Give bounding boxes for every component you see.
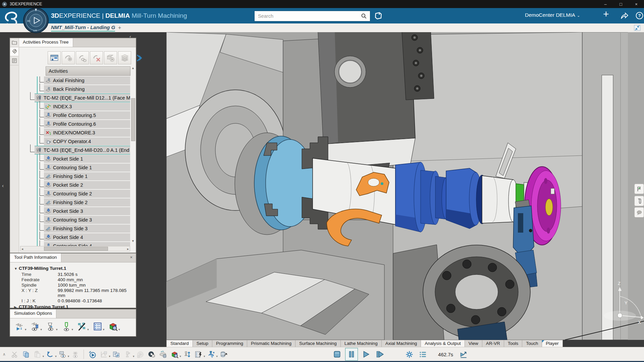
dropdown-icon[interactable]: ▾: [179, 355, 181, 358]
dropdown-icon[interactable]: ▾: [72, 328, 73, 333]
program-check-button[interactable]: [194, 349, 204, 360]
removal-analysis-button[interactable]: [169, 349, 179, 360]
workbench-tab-axial-machining[interactable]: Axial Machining: [381, 340, 421, 347]
trace-graph-button[interactable]: [99, 349, 109, 360]
points-visibility-button[interactable]: ▾: [77, 322, 89, 333]
folder-icon[interactable]: [10, 38, 18, 47]
comment-bubble-icon[interactable]: [634, 207, 644, 218]
collapse-action-bar-icon[interactable]: ∧: [3, 352, 6, 357]
dropdown-icon[interactable]: ▾: [109, 355, 110, 358]
activities-panel-tab[interactable]: Activities Process Tree: [19, 38, 73, 47]
toolbar-overflow-icon[interactable]: [132, 51, 145, 64]
tree-item[interactable]: Contouring Side 1: [40, 164, 130, 172]
list-icon[interactable]: [10, 56, 18, 65]
document-tab[interactable]: NMT_Mill-Turn - Landing G: [51, 24, 115, 32]
tool-length-button[interactable]: [182, 349, 192, 360]
3d-compass[interactable]: 3D V.R: [23, 7, 49, 34]
validate-flag-icon[interactable]: [634, 184, 644, 194]
bookmarks-icon[interactable]: [10, 47, 18, 56]
workbench-tab-lathe-machining[interactable]: Lathe Machining: [340, 340, 382, 347]
options-list-button[interactable]: [418, 349, 428, 360]
scroll-left-icon[interactable]: ◂: [20, 247, 24, 251]
toolpath-visibility-button[interactable]: ▾: [31, 322, 42, 333]
workbench-tab-prismatic-machining[interactable]: Prismatic Machining: [247, 340, 296, 347]
tool-visibility-button[interactable]: ▾: [62, 322, 73, 333]
tree-vertical-scrollbar[interactable]: ▲ ▼: [131, 66, 135, 243]
tool-path-panel-tab[interactable]: Tool Path Information: [10, 253, 61, 262]
dropdown-icon[interactable]: ▾: [68, 355, 69, 358]
link-process-button[interactable]: [76, 51, 89, 64]
tree-item[interactable]: INDEX.3: [40, 103, 130, 111]
new-tab-button[interactable]: +: [118, 25, 121, 31]
tree-item[interactable]: Finishing Side 3: [40, 225, 130, 233]
dropdown-icon[interactable]: ▾: [133, 355, 135, 358]
step-forward-button[interactable]: [374, 348, 386, 360]
tree-item[interactable]: Pocket Side 4: [40, 233, 130, 241]
tree-item[interactable]: TC-M3 (EQE_End-Mill-D20...0 A.1 (End Mil…: [30, 146, 130, 154]
process-table-button[interactable]: [48, 51, 61, 64]
tool-star-button[interactable]: [123, 349, 133, 360]
play-button[interactable]: [360, 348, 372, 360]
replay-button[interactable]: [135, 349, 145, 360]
tree-item[interactable]: Pocket Side 2: [40, 181, 130, 189]
machine-3d-scene[interactable]: Z X Y: [166, 32, 644, 340]
add-content-button[interactable]: +: [603, 8, 609, 20]
scroll-down-icon[interactable]: ▼: [131, 239, 135, 243]
cut-button[interactable]: [10, 349, 20, 360]
undo-button[interactable]: [45, 349, 55, 360]
dropdown-icon[interactable]: ▾: [55, 355, 57, 358]
pause-button[interactable]: [345, 348, 358, 361]
tree-item[interactable]: Profile Contouring.5: [40, 111, 130, 119]
workbench-tab-player[interactable]: Player: [542, 340, 562, 347]
tree-item[interactable]: Pocket Side 1: [40, 155, 130, 163]
collision-table-button[interactable]: ▾: [93, 322, 105, 333]
workbench-tab-surface-machining[interactable]: Surface Machining: [295, 340, 341, 347]
tree-item[interactable]: COPY Operator.4: [40, 137, 130, 145]
dropdown-icon[interactable]: ▾: [118, 328, 120, 333]
dropdown-icon[interactable]: ▾: [87, 328, 89, 333]
material-removal-button[interactable]: [147, 349, 157, 360]
dropdown-icon[interactable]: ▾: [216, 355, 218, 358]
axis-visibility-button[interactable]: [70, 349, 80, 360]
tree-item[interactable]: Profile Contouring.6: [40, 120, 130, 128]
stop-button[interactable]: [331, 348, 343, 360]
share-icon[interactable]: [620, 11, 629, 21]
collapse-left-dock-icon[interactable]: ‹: [2, 183, 4, 188]
workbench-tab-tools[interactable]: Tools: [504, 340, 523, 347]
simulation-options-tab[interactable]: Simulation Options: [10, 309, 56, 318]
save-stock-button[interactable]: [158, 349, 168, 360]
dropdown-icon[interactable]: ▾: [41, 328, 42, 333]
close-panel-icon[interactable]: ×: [126, 253, 136, 262]
horizontal-scroll-thumb[interactable]: [44, 247, 108, 251]
rotary-turret[interactable]: [393, 245, 530, 340]
toolpath-ops-button[interactable]: [206, 349, 216, 360]
layers-button[interactable]: [118, 51, 131, 64]
help-icon[interactable]: ?: [635, 11, 644, 21]
tree-item[interactable]: Contouring Side 3: [40, 216, 130, 224]
jump-to-end-button[interactable]: [459, 349, 469, 360]
tree-item[interactable]: Pocket Side 3: [40, 207, 130, 215]
tree-item[interactable]: Finishing Side 2: [40, 198, 130, 206]
account-menu[interactable]: DemoCenter DELMIA⌄: [525, 12, 580, 18]
dropdown-icon[interactable]: ▾: [204, 355, 205, 358]
tree-root-node[interactable]: Activities: [46, 66, 130, 76]
machine-simulation-button[interactable]: [104, 51, 117, 64]
workbench-tab-standard[interactable]: Standard: [166, 340, 193, 347]
scroll-right-icon[interactable]: ▸: [126, 247, 130, 251]
tag-icon[interactable]: [374, 11, 383, 22]
workbench-tab-programming[interactable]: Programming: [212, 340, 247, 347]
simulate-play-button[interactable]: [87, 349, 97, 360]
tree-item[interactable]: Finishing Side 1: [40, 172, 130, 180]
paste-button[interactable]: [33, 349, 43, 360]
workbench-tab-ar-vr[interactable]: AR-VR: [482, 340, 504, 347]
workbench-tab-touch[interactable]: Touch: [522, 340, 542, 347]
workbench-tab-analysis-output[interactable]: Analysis & Output: [421, 340, 465, 347]
removal-analysis-button[interactable]: ▾: [108, 322, 120, 333]
tree-item[interactable]: Back Finishing: [40, 85, 130, 93]
workbench-tab-setup[interactable]: Setup: [193, 340, 212, 347]
minimize-button[interactable]: –: [598, 0, 613, 8]
close-button[interactable]: ×: [629, 0, 644, 8]
tree-item[interactable]: TC-M2 (EQE_Face-Mill D12...1 (Face Mill …: [30, 94, 130, 102]
settings-gear-button[interactable]: [404, 349, 414, 360]
toolpath-section-header[interactable]: ▼CTF39-Milling Turret.1: [14, 266, 132, 271]
